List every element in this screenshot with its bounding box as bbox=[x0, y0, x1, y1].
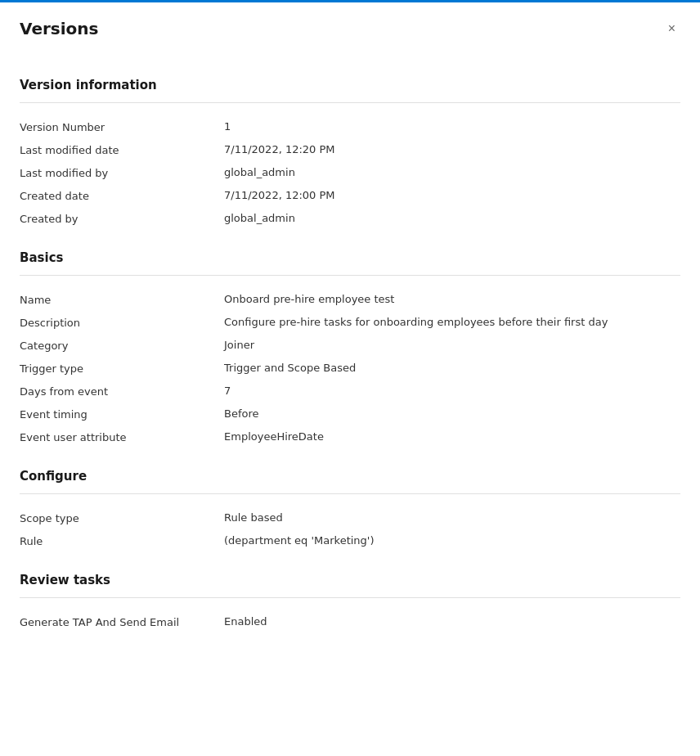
basics-divider bbox=[20, 275, 680, 276]
dialog-title: Versions bbox=[20, 19, 98, 38]
field-value-days-from-event: 7 bbox=[224, 385, 680, 397]
version-information-section: Version information Version Number 1 Las… bbox=[20, 78, 680, 231]
close-button[interactable]: × bbox=[663, 19, 680, 38]
field-label-scope-type: Scope type bbox=[20, 511, 224, 524]
field-row-created-date: Created date 7/11/2022, 12:00 PM bbox=[20, 185, 680, 208]
field-row-description: Description Configure pre-hire tasks for… bbox=[20, 312, 680, 335]
field-row-days-from-event: Days from event 7 bbox=[20, 380, 680, 403]
configure-section: Configure Scope type Rule based Rule (de… bbox=[20, 469, 680, 553]
field-value-version-number: 1 bbox=[224, 120, 680, 133]
version-information-title: Version information bbox=[20, 78, 680, 92]
field-label-event-timing: Event timing bbox=[20, 407, 224, 421]
field-value-last-modified-date: 7/11/2022, 12:20 PM bbox=[224, 143, 680, 155]
field-label-rule: Rule bbox=[20, 534, 224, 547]
field-value-trigger-type: Trigger and Scope Based bbox=[224, 362, 680, 374]
review-tasks-section: Review tasks Generate TAP And Send Email… bbox=[20, 573, 680, 634]
field-label-trigger-type: Trigger type bbox=[20, 362, 224, 375]
dialog-content: Version information Version Number 1 Las… bbox=[0, 52, 700, 673]
basics-title: Basics bbox=[20, 250, 680, 265]
field-label-version-number: Version Number bbox=[20, 120, 224, 133]
review-tasks-title: Review tasks bbox=[20, 573, 680, 587]
configure-divider bbox=[20, 493, 680, 494]
field-row-rule: Rule (department eq 'Marketing') bbox=[20, 530, 680, 553]
field-label-description: Description bbox=[20, 316, 224, 329]
field-value-name: Onboard pre-hire employee test bbox=[224, 293, 680, 305]
field-label-last-modified-date: Last modified date bbox=[20, 143, 224, 156]
field-label-days-from-event: Days from event bbox=[20, 385, 224, 398]
field-value-category: Joiner bbox=[224, 339, 680, 351]
field-label-category: Category bbox=[20, 339, 224, 352]
field-row-name: Name Onboard pre-hire employee test bbox=[20, 289, 680, 312]
field-row-scope-type: Scope type Rule based bbox=[20, 507, 680, 530]
field-row-last-modified-by: Last modified by global_admin bbox=[20, 162, 680, 185]
field-label-created-date: Created date bbox=[20, 189, 224, 202]
field-row-category: Category Joiner bbox=[20, 335, 680, 358]
field-row-event-user-attribute: Event user attribute EmployeeHireDate bbox=[20, 426, 680, 449]
field-value-rule: (department eq 'Marketing') bbox=[224, 534, 680, 547]
field-label-created-by: Created by bbox=[20, 212, 224, 225]
field-value-generate-tap: Enabled bbox=[224, 615, 680, 628]
field-label-event-user-attribute: Event user attribute bbox=[20, 430, 224, 443]
field-label-name: Name bbox=[20, 293, 224, 306]
field-value-last-modified-by: global_admin bbox=[224, 166, 680, 178]
field-row-trigger-type: Trigger type Trigger and Scope Based bbox=[20, 358, 680, 380]
field-row-created-by: Created by global_admin bbox=[20, 208, 680, 231]
field-label-generate-tap: Generate TAP And Send Email bbox=[20, 615, 224, 628]
field-value-scope-type: Rule based bbox=[224, 511, 680, 524]
field-row-generate-tap: Generate TAP And Send Email Enabled bbox=[20, 611, 680, 634]
field-value-created-date: 7/11/2022, 12:00 PM bbox=[224, 189, 680, 201]
versions-dialog: Versions × Version information Version N… bbox=[0, 0, 700, 756]
field-label-last-modified-by: Last modified by bbox=[20, 166, 224, 179]
field-row-version-number: Version Number 1 bbox=[20, 116, 680, 139]
version-information-divider bbox=[20, 102, 680, 103]
field-value-created-by: global_admin bbox=[224, 212, 680, 224]
field-value-description: Configure pre-hire tasks for onboarding … bbox=[224, 316, 680, 328]
review-tasks-divider bbox=[20, 597, 680, 598]
field-row-last-modified-date: Last modified date 7/11/2022, 12:20 PM bbox=[20, 139, 680, 162]
field-value-event-user-attribute: EmployeeHireDate bbox=[224, 430, 680, 443]
dialog-header: Versions × bbox=[0, 2, 700, 52]
configure-title: Configure bbox=[20, 469, 680, 484]
field-value-event-timing: Before bbox=[224, 407, 680, 420]
basics-section: Basics Name Onboard pre-hire employee te… bbox=[20, 250, 680, 449]
field-row-event-timing: Event timing Before bbox=[20, 403, 680, 426]
